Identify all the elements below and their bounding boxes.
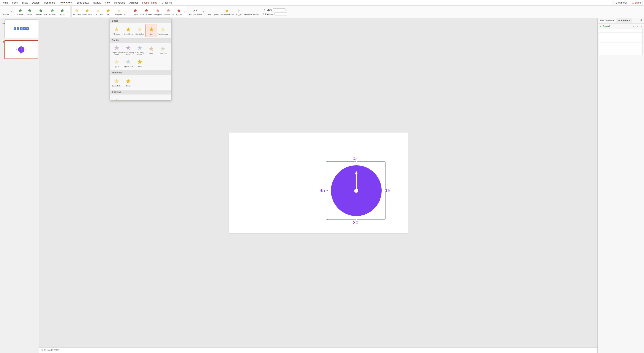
play-icon (264, 9, 266, 11)
emphasis-option-object-colour[interactable]: Object Colour (122, 56, 134, 70)
emphasis-option-complementary-colour[interactable]: Complementary Colour (111, 44, 122, 56)
resize-handle[interactable] (326, 161, 328, 162)
emphasis-option-spin[interactable]: Spin (146, 24, 157, 37)
emphasis-option-colour-pulse[interactable]: Colour Pulse (111, 76, 122, 89)
tab-home[interactable]: Home (2, 0, 8, 5)
emphasis-spin[interactable]: Spin (104, 8, 112, 16)
clock-label-45: 45 (320, 188, 325, 194)
move-up-button[interactable]: ▲ (632, 25, 635, 28)
rotate-handle[interactable] (355, 158, 357, 160)
resize-handle[interactable] (385, 161, 386, 162)
tab-design[interactable]: Design (32, 0, 40, 5)
box: 4 (17, 28, 20, 30)
tab-recording[interactable]: Recording (114, 0, 126, 5)
exit-dissolve-out[interactable]: Dissolve Out (163, 8, 174, 16)
exit-blinds[interactable]: Blinds (131, 8, 140, 16)
emphasis-option-lighten[interactable]: Lighten (111, 56, 122, 70)
comments-button[interactable]: Comments (611, 1, 628, 5)
path-caret-icon[interactable]: ▾ (203, 10, 204, 13)
resize-handle[interactable] (385, 219, 386, 220)
start-input[interactable] (273, 8, 286, 11)
duration-input[interactable] (274, 12, 287, 16)
exit-group: Blinds Chequerboard Disappear Dissolve O… (130, 6, 187, 18)
label: Colour Pulse (112, 85, 122, 87)
tab-insert[interactable]: Insert (12, 0, 18, 5)
duration-label: Duration: (265, 13, 273, 15)
animation-list[interactable] (599, 29, 642, 55)
emphasis-grow-shrink[interactable]: Grow/Shrink (82, 8, 92, 16)
entrance-appear[interactable]: Appear (16, 8, 24, 16)
star-outline-icon (4, 8, 8, 13)
tab-animations[interactable]: Animations (60, 0, 73, 5)
path-animation-button[interactable]: Path Animation (189, 8, 202, 16)
resize-handle[interactable] (326, 190, 328, 191)
thumb-number: 2 (1, 40, 4, 59)
star-icon (148, 26, 154, 32)
thumb-content: 5 4 3 2 1 (14, 28, 29, 30)
emphasis-option-transparency[interactable]: Transparency (157, 24, 169, 37)
notes-pane[interactable]: Click to add notes (39, 348, 598, 353)
exit-disappear[interactable]: Disappear (154, 8, 162, 16)
tab-review[interactable]: Review (93, 0, 101, 5)
animation-pane-button[interactable]: Animation Pane (220, 8, 234, 16)
tab-selection-pane[interactable]: Selection Pane (598, 18, 616, 23)
tab-shape-format[interactable]: Shape Format (142, 0, 157, 5)
emphasis-option-desaturate[interactable]: Desaturate (157, 44, 169, 56)
tab-view[interactable]: View (105, 0, 110, 5)
exit-fly-out[interactable]: Fly Out (175, 8, 183, 16)
entrance-more-icon[interactable]: › (68, 10, 69, 13)
close-pane-button[interactable] (639, 18, 644, 23)
selected-shape[interactable] (327, 162, 386, 220)
pane-tabs: Selection Pane Animations (598, 18, 644, 24)
emphasis-option-item[interactable] (111, 95, 122, 100)
resize-handle[interactable] (385, 190, 386, 191)
entrance-blinds[interactable]: Blinds (26, 8, 34, 16)
emphasis-option-fill-colour[interactable]: Fill Colour (111, 24, 122, 37)
emphasis-option-complementary-colour-2[interactable]: Complementary Colour 2 (122, 44, 134, 56)
share-button[interactable]: Share (630, 1, 642, 5)
emphasis-more-icon[interactable]: › (126, 10, 128, 13)
exit-chequerboard[interactable]: Chequerboard (140, 8, 152, 16)
emphasis-option-darken[interactable]: Darken (146, 44, 157, 56)
thumbnail-slide-2[interactable]: 0 15 30 45 (4, 40, 38, 59)
emphasis-line-colour[interactable]: Line Colour (94, 8, 103, 16)
animation-painter-button[interactable]: Animation Painter (244, 8, 259, 16)
thumbnail-slide-1[interactable]: ⇥★ 5 4 3 2 1 (4, 20, 38, 38)
entrance-chequerboard[interactable]: Chequerboard (35, 8, 47, 16)
emphasis-transparency[interactable]: Transparency (114, 8, 125, 16)
tab-transitions[interactable]: Transitions (44, 0, 55, 5)
emphasis-option-line-colour[interactable]: Line Colour (134, 24, 146, 37)
label: Spin (150, 33, 153, 35)
entrance-group: Appear Blinds Chequerboard Dissolve In F… (15, 6, 70, 18)
star-icon (117, 8, 122, 13)
label: Animation Painter (244, 14, 259, 16)
delete-button[interactable]: ✕ (641, 25, 642, 28)
star-icon (156, 8, 160, 13)
play-all-button[interactable]: Play All (602, 25, 610, 28)
resize-handle[interactable] (356, 161, 357, 162)
tell-me[interactable]: Tell me (161, 1, 172, 4)
effect-options-button[interactable]: Effect Options (208, 8, 219, 16)
move-down-button[interactable]: ▼ (636, 25, 639, 28)
resize-handle[interactable] (356, 219, 357, 220)
tab-animations-pane[interactable]: Animations (616, 18, 632, 23)
emphasis-option-grow-shrink[interactable]: Grow/Shrink (122, 24, 134, 37)
tab-slideshow[interactable]: Slide Show (77, 0, 89, 5)
trigger-button[interactable]: Trigger (235, 8, 243, 16)
tab-draw[interactable]: Draw (22, 0, 28, 5)
tab-acrobat[interactable]: Acrobat (130, 0, 138, 5)
slide-canvas[interactable]: 0 15 30 45 (39, 18, 598, 348)
preview-caret-icon[interactable]: ▾ (11, 10, 13, 13)
resize-handle[interactable] (326, 219, 328, 220)
emphasis-option-contrasting-colour[interactable]: Contrasting Colour (134, 44, 146, 56)
entrance-dissolve-in[interactable]: Dissolve In (48, 8, 57, 16)
emphasis-option-pulse[interactable]: Pulse (134, 56, 146, 70)
preview-button[interactable]: Preview (2, 8, 10, 16)
entrance-fly-in[interactable]: Fly In (58, 8, 66, 16)
emphasis-expand-icon[interactable]: ⌄ (100, 16, 101, 18)
emphasis-option-teeter[interactable]: Teeter (122, 76, 134, 89)
exit-more-icon[interactable]: › (184, 10, 186, 13)
star-icon (74, 8, 79, 13)
comment-icon (612, 2, 615, 4)
emphasis-fill-colour[interactable]: Fill Colour (73, 8, 81, 16)
